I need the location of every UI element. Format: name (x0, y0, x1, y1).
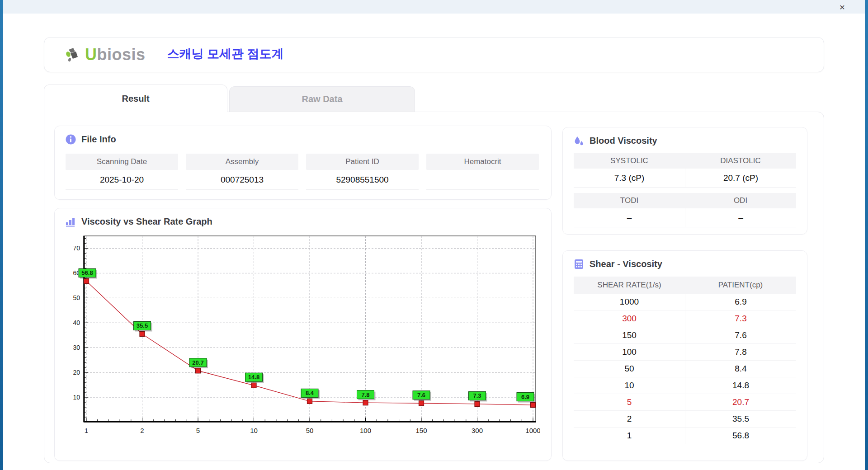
svg-text:35.5: 35.5 (137, 322, 148, 329)
svg-text:7.8: 7.8 (361, 391, 369, 398)
table-header-cell: PATIENT(cp) (685, 277, 796, 294)
svg-text:50: 50 (306, 427, 314, 434)
field-value: 2025-10-20 (66, 170, 178, 190)
field-value: 52908551500 (306, 170, 419, 190)
field-label: Assembly (186, 154, 298, 170)
close-icon[interactable]: × (837, 2, 848, 12)
shear-rate-cell: 50 (574, 361, 685, 377)
svg-text:7.6: 7.6 (417, 392, 425, 399)
shear-table-body: 10006.93007.31507.61007.8508.41014.8520.… (574, 294, 796, 444)
shear-viscosity-title: Shear - Viscosity (590, 259, 662, 269)
svg-text:1: 1 (85, 427, 88, 434)
bv-cell-label: ODI (685, 193, 796, 208)
info-icon (66, 134, 76, 145)
table-row: 1507.6 (574, 327, 796, 344)
table-row: 156.8 (574, 428, 796, 444)
bv-cell-value: – (685, 208, 796, 227)
svg-text:56.8: 56.8 (81, 269, 93, 276)
table-header-cell: SHEAR RATE(1/s) (574, 277, 685, 294)
patient-cell: 7.6 (685, 327, 796, 343)
svg-text:150: 150 (415, 427, 427, 434)
blood-viscosity-cell: ODI– (685, 193, 796, 227)
svg-text:2: 2 (140, 427, 144, 434)
window-border-left (0, 0, 3, 470)
patient-cell: 35.5 (685, 411, 796, 427)
patient-cell: 20.7 (685, 394, 796, 410)
table-row: 1007.8 (574, 344, 796, 361)
svg-text:7.3: 7.3 (473, 392, 481, 399)
shear-rate-cell: 300 (574, 310, 685, 327)
bv-cell-value: 7.3 (cP) (574, 169, 685, 188)
tab-bar: Result Raw Data (44, 84, 824, 112)
svg-text:20: 20 (73, 369, 80, 376)
blood-viscosity-grid: SYSTOLIC7.3 (cP)DIASTOLIC20.7 (cP)TODI–O… (574, 153, 796, 227)
app-frame: Ubiosis 스캐닝 모세관 점도계 Result Raw Data File… (3, 14, 865, 470)
blood-viscosity-cell: TODI– (574, 193, 685, 227)
svg-text:5: 5 (196, 427, 200, 434)
result-panel: File Info Scanning Date2025-10-20Assembl… (44, 112, 824, 463)
bv-cell-value: – (574, 208, 685, 227)
table-row: 520.7 (574, 394, 796, 411)
brand-rest: biosis (97, 45, 146, 64)
blood-viscosity-card: Blood Viscosity SYSTOLIC7.3 (cP)DIASTOLI… (562, 127, 807, 235)
graph-title: Viscosity vs Shear Rate Graph (81, 216, 212, 227)
field-value: 000725013 (186, 170, 298, 190)
patient-cell: 6.9 (685, 294, 796, 310)
table-row: 10006.9 (574, 294, 796, 310)
patient-cell: 56.8 (685, 428, 796, 444)
svg-text:10: 10 (73, 394, 80, 401)
calculator-icon (574, 259, 584, 269)
shear-viscosity-card: Shear - Viscosity SHEAR RATE(1/s) PATIEN… (562, 250, 807, 461)
svg-text:20.7: 20.7 (192, 359, 203, 366)
viscosity-chart: 102030405060701251050100150300100056.835… (66, 233, 540, 445)
shear-table: SHEAR RATE(1/s) PATIENT(cp) 10006.93007.… (574, 277, 796, 444)
bar-chart-icon (66, 216, 76, 227)
brand-u: U (85, 45, 97, 64)
droplets-icon (574, 136, 584, 146)
bv-cell-label: TODI (574, 193, 685, 208)
tab-raw-data[interactable]: Raw Data (229, 86, 415, 112)
field-label: Hematocrit (426, 154, 539, 170)
svg-text:50: 50 (73, 294, 80, 301)
svg-text:70: 70 (73, 244, 80, 252)
brand-text: Ubiosis (85, 45, 146, 64)
chart-wrap: 102030405060701251050100150300100056.835… (66, 233, 540, 446)
file-info-field: Scanning Date2025-10-20 (66, 154, 178, 190)
shear-rate-cell: 1 (574, 428, 685, 444)
app-title: 스캐닝 모세관 점도계 (167, 46, 284, 64)
file-info-field: Assembly000725013 (186, 154, 298, 190)
patient-cell: 7.8 (685, 344, 796, 360)
shear-table-header: SHEAR RATE(1/s) PATIENT(cp) (574, 277, 796, 294)
blood-viscosity-cell: DIASTOLIC20.7 (cP) (685, 153, 796, 188)
shear-rate-cell: 150 (574, 327, 685, 343)
blood-viscosity-row: TODI–ODI– (574, 193, 796, 227)
shear-rate-cell: 1000 (574, 294, 685, 310)
svg-text:8.4: 8.4 (306, 390, 314, 396)
bv-cell-label: DIASTOLIC (685, 153, 796, 169)
brand-logo: Ubiosis (64, 45, 146, 64)
blood-viscosity-cell: SYSTOLIC7.3 (cP) (574, 153, 685, 188)
shear-rate-cell: 5 (574, 394, 685, 410)
svg-text:6.9: 6.9 (521, 394, 529, 400)
patient-cell: 8.4 (685, 361, 796, 377)
patient-cell: 7.3 (685, 310, 796, 327)
file-info-card: File Info Scanning Date2025-10-20Assembl… (54, 126, 552, 200)
field-value (426, 170, 539, 190)
header-card: Ubiosis 스캐닝 모세관 점도계 (44, 37, 824, 72)
file-info-title: File Info (81, 134, 116, 145)
leaf-logo-icon (64, 46, 82, 64)
shear-rate-cell: 10 (574, 377, 685, 394)
svg-text:1000: 1000 (525, 427, 540, 434)
field-label: Patient ID (306, 154, 419, 170)
window-titlebar: × (3, 0, 865, 14)
table-row: 1014.8 (574, 377, 796, 394)
shear-rate-cell: 2 (574, 411, 685, 427)
table-row: 3007.3 (574, 310, 796, 327)
tab-result[interactable]: Result (44, 85, 227, 112)
svg-text:14.8: 14.8 (248, 374, 259, 381)
svg-text:10: 10 (250, 427, 258, 434)
bv-cell-label: SYSTOLIC (574, 153, 685, 169)
bv-cell-value: 20.7 (cP) (685, 169, 796, 188)
blood-viscosity-title: Blood Viscosity (590, 136, 657, 146)
graph-card: Viscosity vs Shear Rate Graph 1020304050… (54, 208, 552, 461)
